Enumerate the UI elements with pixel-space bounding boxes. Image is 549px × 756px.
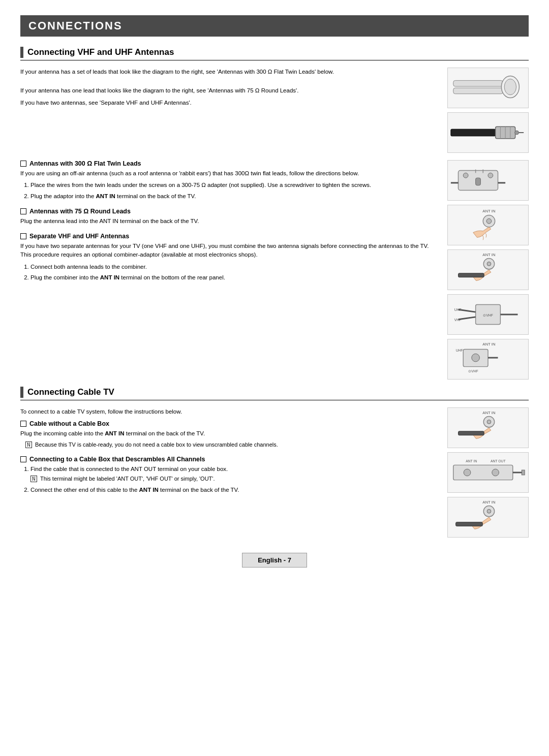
vhf-intro-text: If your antenna has a set of leads that … bbox=[20, 68, 437, 153]
footer: English - 7 bbox=[20, 553, 529, 568]
flat-twin-steps: Place the wires from the twin leads unde… bbox=[30, 181, 437, 201]
img-cable-hand-plug: ANT IN bbox=[447, 497, 529, 538]
svg-rect-5 bbox=[451, 129, 496, 136]
svg-text:ANT IN: ANT IN bbox=[466, 459, 477, 463]
svg-point-42 bbox=[487, 420, 491, 424]
cable-descramble-steps: Find the cable that is connected to the … bbox=[30, 465, 437, 495]
footer-badge: English - 7 bbox=[242, 553, 307, 568]
svg-text:VHF: VHF bbox=[454, 318, 462, 322]
round-leads-body: Plug the antenna lead into the ANT IN te… bbox=[20, 217, 437, 226]
note-icon-2: 🄽 bbox=[30, 474, 37, 484]
page-title: CONNECTIONS bbox=[28, 19, 521, 33]
separate-vhf-title: Separate VHF and UHF Antennas bbox=[20, 233, 437, 240]
vhf-intro-p2: If your antenna has one lead that looks … bbox=[20, 86, 437, 95]
subsection-cable-no-box: Cable without a Cable Box Plug the incom… bbox=[20, 420, 437, 448]
svg-point-14 bbox=[488, 173, 493, 178]
svg-point-3 bbox=[504, 79, 516, 94]
svg-text:UHF: UHF bbox=[456, 349, 463, 352]
img-round-coax bbox=[447, 112, 529, 153]
cable-no-box-title: Cable without a Cable Box bbox=[20, 420, 437, 427]
img-cable-box-terminals: ANT IN ANT OUT bbox=[447, 452, 529, 493]
svg-point-22 bbox=[486, 218, 492, 224]
svg-text:ANT IN: ANT IN bbox=[482, 500, 495, 505]
img-adapter-screws bbox=[447, 160, 529, 201]
cable-tv-block: To connect to a cable TV system, follow … bbox=[20, 407, 529, 538]
cable-tv-text: To connect to a cable TV system, follow … bbox=[20, 407, 437, 538]
svg-point-25 bbox=[487, 262, 491, 266]
svg-rect-43 bbox=[459, 431, 484, 435]
subsection-flat-twin: Antennas with 300 Ω Flat Twin Leads If y… bbox=[20, 160, 437, 201]
subsection-cable-descramble: Connecting to a Cable Box that Descrambl… bbox=[20, 456, 437, 495]
flat-twin-body: If you are using an off-air antenna (suc… bbox=[20, 169, 437, 178]
svg-rect-50 bbox=[522, 470, 525, 475]
section-vhf-uhf: Connecting VHF and UHF Antennas If your … bbox=[20, 47, 529, 380]
cable-descramble-step-1: Find the cable that is connected to the … bbox=[30, 465, 437, 484]
cable-tv-images: ANT IN ANT IN ANT OUT bbox=[447, 407, 529, 538]
svg-point-36 bbox=[472, 354, 480, 362]
section-title-accent bbox=[20, 47, 23, 58]
subsection-separate-vhf: Separate VHF and UHF Antennas If you hav… bbox=[20, 233, 437, 282]
flat-twin-title: Antennas with 300 Ω Flat Twin Leads bbox=[20, 160, 437, 167]
flat-twin-text: Antennas with 300 Ω Flat Twin Leads If y… bbox=[20, 160, 437, 380]
cable-no-box-body: Plug the incoming cable into the ANT IN … bbox=[20, 429, 437, 438]
section-title-accent-cable bbox=[20, 387, 23, 398]
vhf-subsection-images: ANT IN ANT IN bbox=[447, 160, 529, 380]
section-title-cable-tv: Connecting Cable TV bbox=[20, 387, 529, 400]
svg-text:⊙VHF: ⊙VHF bbox=[483, 313, 493, 317]
checkbox-round-leads bbox=[20, 208, 26, 214]
img-vhf-combiner: ⊙VHF UHF VHF bbox=[447, 294, 529, 335]
subsection-round-leads: Antennas with 75 Ω Round Leads Plug the … bbox=[20, 208, 437, 226]
checkbox-flat-twin bbox=[20, 161, 26, 167]
svg-text:ANT OUT: ANT OUT bbox=[491, 459, 506, 463]
main-title-bar: CONNECTIONS bbox=[20, 15, 529, 37]
img-ant-in-plug: ANT IN bbox=[447, 205, 529, 245]
svg-point-53 bbox=[487, 509, 491, 513]
svg-rect-44 bbox=[453, 465, 513, 480]
cable-tv-intro: To connect to a cable TV system, follow … bbox=[20, 407, 437, 416]
section-title-vhf-uhf: Connecting VHF and UHF Antennas bbox=[20, 47, 529, 60]
svg-text:UHF: UHF bbox=[454, 308, 462, 311]
section-heading-vhf-uhf: Connecting VHF and UHF Antennas bbox=[27, 47, 174, 57]
checkbox-separate-vhf bbox=[20, 233, 26, 239]
separate-vhf-step-2: Plug the combiner into the ANT IN termin… bbox=[30, 273, 437, 282]
svg-rect-1 bbox=[453, 88, 503, 94]
vhf-intro-p1: If your antenna has a set of leads that … bbox=[20, 68, 437, 76]
vhf-intro-block: If your antenna has a set of leads that … bbox=[20, 68, 529, 153]
svg-text:ANT IN: ANT IN bbox=[482, 253, 495, 257]
separate-vhf-steps: Connect both antenna leads to the combin… bbox=[30, 263, 437, 282]
img-cable-ant-in: ANT IN bbox=[447, 407, 529, 448]
svg-point-48 bbox=[492, 469, 499, 476]
cable-descramble-note: 🄽 This terminal might be labeled 'ANT OU… bbox=[30, 475, 437, 484]
img-flat-twin-antenna bbox=[447, 68, 529, 108]
flat-twin-step-1: Place the wires from the twin leads unde… bbox=[30, 181, 437, 190]
svg-rect-0 bbox=[453, 80, 503, 86]
svg-text:ANT IN: ANT IN bbox=[482, 209, 495, 213]
svg-rect-54 bbox=[456, 522, 483, 526]
flat-twin-block: Antennas with 300 Ω Flat Twin Leads If y… bbox=[20, 160, 529, 380]
svg-point-47 bbox=[464, 469, 471, 476]
separate-vhf-step-1: Connect both antenna leads to the combin… bbox=[30, 263, 437, 271]
svg-rect-26 bbox=[459, 273, 484, 277]
note-icon-1: 🄽 bbox=[25, 441, 32, 449]
svg-text:⊙VHF: ⊙VHF bbox=[468, 369, 478, 373]
footer-label: English - 7 bbox=[258, 556, 291, 564]
cable-descramble-title: Connecting to a Cable Box that Descrambl… bbox=[20, 456, 437, 463]
cable-descramble-step-2: Connect the other end of this cable to t… bbox=[30, 486, 437, 494]
svg-text:ANT IN: ANT IN bbox=[482, 342, 495, 346]
cable-no-box-note: 🄽 Because this TV is cable-ready, you do… bbox=[25, 442, 437, 449]
img-round-lead-plug: ANT IN bbox=[447, 249, 529, 290]
img-combiner-ant-in: ANT IN ⊙VHF UHF bbox=[447, 339, 529, 380]
vhf-intro-images bbox=[447, 68, 529, 153]
svg-point-13 bbox=[463, 173, 468, 178]
round-leads-title: Antennas with 75 Ω Round Leads bbox=[20, 208, 437, 215]
vhf-intro-p3: If you have two antennas, see 'Separate … bbox=[20, 99, 437, 107]
section-heading-cable-tv: Connecting Cable TV bbox=[27, 387, 114, 397]
separate-vhf-body: If you have two separate antennas for yo… bbox=[20, 242, 437, 260]
checkbox-cable-no-box bbox=[20, 421, 26, 427]
svg-point-10 bbox=[515, 131, 519, 135]
svg-rect-15 bbox=[476, 178, 481, 185]
section-cable-tv: Connecting Cable TV To connect to a cabl… bbox=[20, 387, 529, 538]
flat-twin-step-2: Plug the adaptor into the ANT IN termina… bbox=[30, 192, 437, 201]
checkbox-cable-descramble bbox=[20, 456, 26, 462]
svg-text:ANT IN: ANT IN bbox=[482, 411, 495, 415]
